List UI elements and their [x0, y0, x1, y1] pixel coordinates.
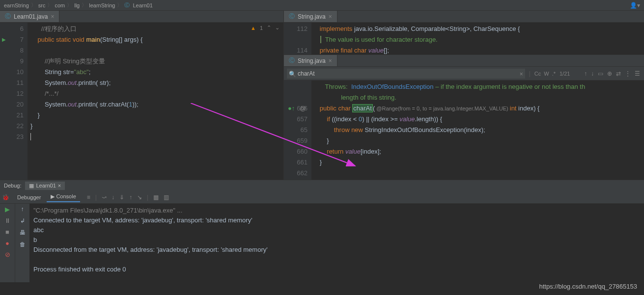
close-icon[interactable]: ×	[329, 13, 332, 20]
find-options: Cc W .*	[534, 71, 556, 77]
class-icon: Ⓒ	[289, 12, 295, 21]
tab-string-top[interactable]: Ⓒ String.java ×	[284, 11, 337, 22]
crumb[interactable]: src	[38, 2, 46, 8]
gutter: 112 114 115	[284, 23, 311, 54]
code-area[interactable]: Throws: IndexOutOfBoundsException – if t…	[311, 80, 644, 180]
inspection-indicator[interactable]: ▲1⌃⌄	[251, 25, 280, 31]
tab-label: String.java	[298, 13, 326, 20]
step-into-icon[interactable]: ↓	[111, 193, 115, 202]
clear-icon[interactable]: ×	[520, 71, 523, 78]
next-match-icon[interactable]: ↓	[590, 69, 595, 78]
rbot-tabs: Ⓒ String.java ×	[284, 55, 644, 67]
mute-bp-icon[interactable]: ⊘	[5, 251, 10, 258]
class-icon: Ⓒ	[124, 1, 130, 9]
close-icon[interactable]: ×	[58, 183, 61, 189]
code-area[interactable]: //程序的入口 public static void main(String[]…	[28, 23, 283, 180]
step-into-force-icon[interactable]: ⇓	[118, 193, 125, 202]
find-bar: 🔍 × | Cc W .* 1/21 ↑ ↓ ▭ ⊕ ⇄ ⋮ ☰	[284, 67, 644, 80]
right-editor-pane: Ⓒ String.java × 112 114 115 implements j…	[284, 11, 644, 180]
trace-icon[interactable]: ▥	[163, 193, 170, 202]
find-input[interactable]	[287, 69, 525, 79]
watermark: https://blog.csdn.net/qq_27865153	[539, 283, 638, 290]
find-count: 1/21	[560, 71, 579, 77]
up-icon[interactable]: ↑	[21, 206, 24, 213]
add-selection-icon[interactable]: ⊕	[606, 69, 613, 78]
crumb[interactable]: com	[55, 2, 65, 8]
right-top-pane: Ⓒ String.java × 112 114 115 implements j…	[284, 11, 644, 55]
debug-panel: Debug: ▦Learn01× 🐞 Debugger ▶ Console ≡|…	[0, 180, 644, 282]
step-over-icon[interactable]: ⤻	[101, 193, 108, 202]
tab-learn01[interactable]: Ⓒ Learn01.java ×	[0, 11, 59, 22]
settings-icon[interactable]: ☰	[634, 69, 641, 78]
filter-icon[interactable]: ⇄	[615, 69, 622, 78]
left-editor-pane: Ⓒ Learn01.java × 6 ▶7 8 9 10 11 12 20 21…	[0, 11, 284, 180]
close-icon[interactable]: ×	[329, 57, 332, 64]
debug-side-left: ▶ ⏸ ■ ● ⊘	[0, 204, 15, 282]
print-icon[interactable]: 🖶	[20, 229, 26, 236]
tab-label: Learn01.java	[14, 13, 48, 20]
class-icon: Ⓒ	[5, 12, 11, 21]
find-nav: ↑ ↓ ▭ ⊕ ⇄ ⋮ ☰	[583, 69, 641, 78]
rtop-tabs: Ⓒ String.java ×	[284, 11, 644, 23]
debug-config-tab[interactable]: ▦Learn01×	[25, 182, 65, 190]
run-gutter-icon[interactable]: ▶	[2, 34, 6, 45]
wrap-icon[interactable]: ↲	[20, 217, 25, 224]
debug-body: ▶ ⏸ ■ ● ⊘ ↑ ↲ 🖶 🗑 "C:\Program Files\Java…	[0, 204, 644, 282]
rerun-icon[interactable]: 🐞	[2, 194, 9, 201]
crumb[interactable]: earnString	[4, 2, 29, 8]
debug-label: Debug:	[4, 183, 21, 188]
close-icon[interactable]: ×	[51, 13, 54, 20]
breadcrumb-bar: earnString〉 src〉 com〉 llg〉 learnString〉 …	[0, 0, 644, 11]
code-area[interactable]: implements java.io.Serializable, Compara…	[311, 23, 644, 54]
view-bp-icon[interactable]: ●	[5, 240, 9, 247]
debug-side-tools: ↑ ↲ 🖶 🗑	[15, 204, 29, 282]
regex-toggle[interactable]: .*	[552, 71, 556, 77]
pause-icon[interactable]: ⏸	[4, 217, 11, 224]
debug-toolbar: ≡| ⤻ ↓ ⇓ ↑ ↘| ▦ ▥	[86, 193, 170, 202]
debug-title-bar: Debug: ▦Learn01×	[0, 180, 644, 191]
rbot-editor[interactable]: ●↑@656 657 65 659 660 661 662 Throws: In…	[284, 80, 644, 180]
tab-string-bot[interactable]: Ⓒ String.java ×	[284, 55, 337, 66]
console-output[interactable]: "C:\Program Files\Java\jdk1.8.0_271\bin\…	[29, 204, 644, 282]
tab-label: String.java	[298, 57, 326, 64]
select-all-icon[interactable]: ▭	[597, 69, 604, 78]
console-icon: ▶	[51, 193, 55, 199]
class-icon: Ⓒ	[289, 56, 295, 65]
crumb[interactable]: learnString	[89, 2, 115, 8]
eval-icon[interactable]: ▦	[152, 193, 160, 202]
tool-icon[interactable]: ≡	[86, 193, 91, 202]
app-icon: ▦	[29, 183, 34, 189]
debug-tabs: 🐞 Debugger ▶ Console ≡| ⤻ ↓ ⇓ ↑ ↘| ▦ ▥	[0, 191, 644, 204]
console-tab[interactable]: ▶ Console	[47, 192, 80, 202]
run-to-cursor-icon[interactable]: ↘	[136, 193, 143, 202]
prev-match-icon[interactable]: ↑	[583, 69, 588, 78]
more-icon[interactable]: ⋮	[624, 69, 632, 78]
user-menu-icon[interactable]: 👤▾	[630, 2, 640, 9]
search-icon: 🔍	[289, 71, 296, 78]
crumb[interactable]: Learn01	[133, 2, 152, 8]
left-editor[interactable]: 6 ▶7 8 9 10 11 12 20 21 22 23 //程序的入口 pu…	[0, 23, 283, 180]
step-out-icon[interactable]: ↑	[128, 193, 133, 202]
debugger-tab[interactable]: Debugger	[13, 193, 45, 202]
crumb[interactable]: llg	[74, 2, 80, 8]
rtop-editor[interactable]: 112 114 115 implements java.io.Serializa…	[284, 23, 644, 54]
breadcrumb[interactable]: earnString〉 src〉 com〉 llg〉 learnString〉 …	[4, 1, 153, 9]
words-toggle[interactable]: W	[544, 71, 549, 77]
gutter: 6 ▶7 8 9 10 11 12 20 21 22 23	[0, 23, 28, 180]
stop-icon[interactable]: ■	[5, 228, 9, 236]
match-case-toggle[interactable]: Cc	[534, 71, 541, 77]
gutter: ●↑@656 657 65 659 660 661 662	[284, 80, 311, 180]
left-tabs: Ⓒ Learn01.java ×	[0, 11, 283, 23]
clear-icon[interactable]: 🗑	[20, 241, 26, 248]
rerun-icon[interactable]: ▶	[5, 206, 10, 213]
